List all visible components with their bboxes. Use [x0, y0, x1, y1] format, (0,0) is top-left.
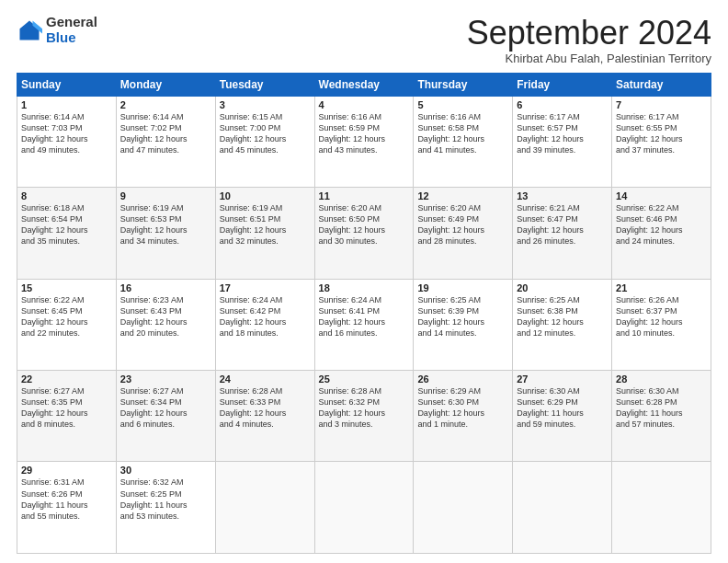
table-row: 11Sunrise: 6:20 AM Sunset: 6:50 PM Dayli… [314, 188, 414, 279]
table-row [215, 462, 314, 554]
calendar-week-2: 8Sunrise: 6:18 AM Sunset: 6:54 PM Daylig… [17, 188, 711, 279]
table-row: 6Sunrise: 6:17 AM Sunset: 6:57 PM Daylig… [513, 96, 612, 187]
table-row: 13Sunrise: 6:21 AM Sunset: 6:47 PM Dayli… [513, 188, 612, 279]
table-row: 20Sunrise: 6:25 AM Sunset: 6:38 PM Dayli… [513, 279, 612, 370]
table-row: 18Sunrise: 6:24 AM Sunset: 6:41 PM Dayli… [314, 279, 414, 370]
table-row: 21Sunrise: 6:26 AM Sunset: 6:37 PM Dayli… [612, 279, 711, 370]
month-title: September 2024 [467, 15, 711, 52]
table-row [513, 462, 612, 554]
title-block: September 2024 Khirbat Abu Falah, Palest… [467, 15, 711, 65]
calendar-week-4: 22Sunrise: 6:27 AM Sunset: 6:35 PM Dayli… [17, 371, 711, 462]
table-row [414, 462, 513, 554]
table-row: 23Sunrise: 6:27 AM Sunset: 6:34 PM Dayli… [116, 371, 215, 462]
table-row: 10Sunrise: 6:19 AM Sunset: 6:51 PM Dayli… [215, 188, 314, 279]
table-row: 1Sunrise: 6:14 AM Sunset: 7:03 PM Daylig… [17, 96, 117, 187]
location-subtitle: Khirbat Abu Falah, Palestinian Territory [467, 52, 711, 65]
table-row: 22Sunrise: 6:27 AM Sunset: 6:35 PM Dayli… [17, 371, 117, 462]
logo: General Blue [17, 15, 97, 45]
table-row: 2Sunrise: 6:14 AM Sunset: 7:02 PM Daylig… [116, 96, 215, 187]
header: General Blue September 2024 Khirbat Abu … [17, 15, 711, 65]
col-wednesday: Wednesday [314, 73, 414, 96]
svg-marker-0 [20, 20, 40, 40]
calendar-week-5: 29Sunrise: 6:31 AM Sunset: 6:26 PM Dayli… [17, 462, 711, 554]
table-row: 26Sunrise: 6:29 AM Sunset: 6:30 PM Dayli… [414, 371, 513, 462]
col-monday: Monday [116, 73, 215, 96]
table-row: 14Sunrise: 6:22 AM Sunset: 6:46 PM Dayli… [612, 188, 711, 279]
table-row: 16Sunrise: 6:23 AM Sunset: 6:43 PM Dayli… [116, 279, 215, 370]
table-row: 7Sunrise: 6:17 AM Sunset: 6:55 PM Daylig… [612, 96, 711, 187]
logo-text: General Blue [46, 15, 97, 45]
page: General Blue September 2024 Khirbat Abu … [0, 0, 728, 563]
col-tuesday: Tuesday [215, 73, 314, 96]
table-row: 3Sunrise: 6:15 AM Sunset: 7:00 PM Daylig… [215, 96, 314, 187]
table-row: 12Sunrise: 6:20 AM Sunset: 6:49 PM Dayli… [414, 188, 513, 279]
col-thursday: Thursday [414, 73, 513, 96]
table-row: 15Sunrise: 6:22 AM Sunset: 6:45 PM Dayli… [17, 279, 117, 370]
col-sunday: Sunday [17, 73, 117, 96]
col-saturday: Saturday [612, 73, 711, 96]
table-row: 28Sunrise: 6:30 AM Sunset: 6:28 PM Dayli… [612, 371, 711, 462]
table-row: 4Sunrise: 6:16 AM Sunset: 6:59 PM Daylig… [314, 96, 414, 187]
col-friday: Friday [513, 73, 612, 96]
calendar-header-row: Sunday Monday Tuesday Wednesday Thursday… [17, 73, 711, 96]
table-row [314, 462, 414, 554]
table-row: 29Sunrise: 6:31 AM Sunset: 6:26 PM Dayli… [17, 462, 117, 554]
table-row [612, 462, 711, 554]
calendar-week-3: 15Sunrise: 6:22 AM Sunset: 6:45 PM Dayli… [17, 279, 711, 370]
table-row: 8Sunrise: 6:18 AM Sunset: 6:54 PM Daylig… [17, 188, 117, 279]
table-row: 27Sunrise: 6:30 AM Sunset: 6:29 PM Dayli… [513, 371, 612, 462]
table-row: 5Sunrise: 6:16 AM Sunset: 6:58 PM Daylig… [414, 96, 513, 187]
table-row: 25Sunrise: 6:28 AM Sunset: 6:32 PM Dayli… [314, 371, 414, 462]
calendar-week-1: 1Sunrise: 6:14 AM Sunset: 7:03 PM Daylig… [17, 96, 711, 187]
table-row: 17Sunrise: 6:24 AM Sunset: 6:42 PM Dayli… [215, 279, 314, 370]
logo-general-text: General [46, 15, 97, 30]
table-row: 19Sunrise: 6:25 AM Sunset: 6:39 PM Dayli… [414, 279, 513, 370]
logo-blue-text: Blue [46, 30, 97, 46]
table-row: 30Sunrise: 6:32 AM Sunset: 6:25 PM Dayli… [116, 462, 215, 554]
calendar-table: Sunday Monday Tuesday Wednesday Thursday… [17, 73, 711, 554]
table-row: 9Sunrise: 6:19 AM Sunset: 6:53 PM Daylig… [116, 188, 215, 279]
logo-icon [17, 17, 42, 43]
table-row: 24Sunrise: 6:28 AM Sunset: 6:33 PM Dayli… [215, 371, 314, 462]
